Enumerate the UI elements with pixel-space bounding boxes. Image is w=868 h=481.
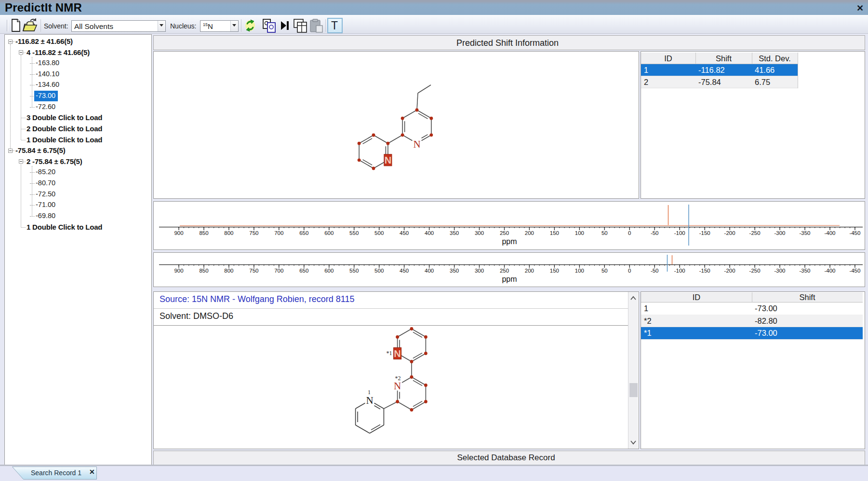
svg-text:-450: -450 [849,230,860,236]
svg-text:650: 650 [299,230,308,236]
svg-text:0: 0 [628,230,631,236]
svg-text:400: 400 [425,230,434,236]
svg-text:*2: *2 [395,375,401,382]
svg-text:700: 700 [274,230,283,236]
svg-text:-400: -400 [824,230,835,236]
svg-text:750: 750 [249,268,258,274]
svg-text:-50: -50 [651,268,659,274]
svg-text:800: 800 [224,268,233,274]
svg-text:750: 750 [249,230,258,236]
svg-text:850: 850 [199,268,208,274]
svg-text:400: 400 [425,268,434,274]
svg-text:800: 800 [224,230,233,236]
svg-text:250: 250 [500,230,509,236]
svg-text:700: 700 [274,268,283,274]
svg-text:50: 50 [601,230,608,236]
svg-text:300: 300 [475,268,484,274]
svg-text:-200: -200 [724,268,735,274]
svg-text:-150: -150 [699,268,710,274]
svg-text:900: 900 [174,230,183,236]
svg-text:550: 550 [349,230,359,236]
svg-text:-250: -250 [749,268,761,274]
svg-text:300: 300 [475,230,484,236]
svg-text:600: 600 [324,230,334,236]
svg-text:-450: -450 [849,268,860,274]
svg-text:*1: *1 [387,350,392,357]
svg-text:ppm: ppm [502,237,517,246]
svg-text:-250: -250 [749,230,761,236]
svg-text:N: N [366,395,373,406]
svg-text:450: 450 [400,268,409,274]
svg-text:100: 100 [575,230,584,236]
svg-text:150: 150 [550,268,559,274]
svg-text:200: 200 [525,230,534,236]
svg-text:N: N [413,138,420,150]
svg-text:-50: -50 [651,230,659,236]
svg-text:150: 150 [550,230,559,236]
svg-text:550: 550 [349,268,359,274]
svg-text:250: 250 [500,268,509,274]
svg-text:600: 600 [324,268,334,274]
svg-text:-350: -350 [799,268,810,274]
svg-text:200: 200 [525,268,534,274]
svg-text:50: 50 [601,268,608,274]
svg-text:N: N [394,380,401,392]
svg-text:850: 850 [199,230,208,236]
svg-text:ppm: ppm [502,275,517,283]
svg-text:-100: -100 [674,230,685,236]
svg-text:1: 1 [368,389,371,396]
svg-text:650: 650 [299,268,308,274]
svg-text:-400: -400 [824,268,835,274]
svg-text:350: 350 [450,268,459,274]
svg-text:-200: -200 [724,230,735,236]
svg-text:450: 450 [400,230,409,236]
svg-text:-150: -150 [699,230,710,236]
svg-text:N: N [394,348,401,359]
svg-text:350: 350 [450,230,459,236]
svg-text:100: 100 [575,268,584,274]
svg-text:-300: -300 [774,268,785,274]
svg-text:-100: -100 [674,268,685,274]
svg-text:-300: -300 [774,230,785,236]
svg-text:-350: -350 [799,230,810,236]
svg-text:900: 900 [174,268,183,274]
svg-text:500: 500 [374,268,384,274]
svg-text:N: N [385,155,391,165]
svg-text:500: 500 [374,230,384,236]
svg-text:0: 0 [628,268,631,274]
